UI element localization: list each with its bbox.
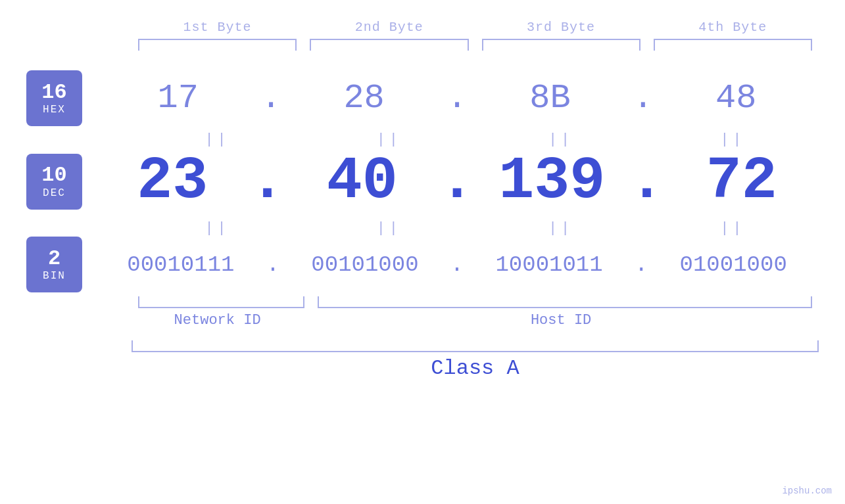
hex-row: 16 HEX 17 . 28 . 8B . 48 [26,70,819,126]
hex-badge-number: 16 [41,81,66,104]
bin-badge: 2 BIN [26,237,82,292]
eq1-b3: || [475,131,647,148]
bin-badge-label: BIN [43,270,66,282]
host-id-label: Host ID [303,312,819,329]
byte3-header: 3rd Byte [475,20,647,35]
equals-row-2: || || || || [26,220,819,237]
equals-row-1: || || || || [26,131,819,148]
dec-dot2: . [439,152,475,211]
eq2-b4: || [647,220,819,237]
eq1-b1: || [132,131,303,148]
hex-byte1: 17 [95,79,261,118]
hex-values-row: 17 . 28 . 8B . 48 [95,79,819,118]
byte2-header: 2nd Byte [303,20,475,35]
dec-dot3: . [629,152,664,211]
bin-row: 2 BIN 00010111 . 00101000 . 10001011 . 0… [26,237,819,292]
main-container: 1st Byte 2nd Byte 3rd Byte 4th Byte 16 H… [0,0,845,504]
bracket-top-4 [654,39,812,51]
dec-dot1: . [249,152,285,211]
bin-values-row: 00010111 . 00101000 . 10001011 . 0100100… [95,252,819,277]
bracket-bottom-row [26,296,819,308]
bin-byte3: 10001011 [464,252,635,277]
byte1-header: 1st Byte [132,20,303,35]
hex-badge-label: HEX [43,104,66,116]
hex-byte3: 8B [468,79,633,118]
hex-dot2: . [447,79,467,118]
dec-values-row: 23 . 40 . 139 . 72 [95,148,819,215]
class-bracket-row [26,340,819,352]
dec-badge: 10 DEC [26,154,82,210]
dec-badge-label: DEC [43,187,66,199]
dec-byte1: 23 [95,148,249,215]
hex-byte2: 28 [281,79,447,118]
class-label-row: Class A [26,356,819,380]
bracket-top-row [26,39,819,51]
network-bracket [138,296,304,308]
eq2-b3: || [475,220,647,237]
bracket-top-2 [310,39,468,51]
bin-byte4: 01001000 [648,252,819,277]
class-label: Class A [132,356,819,380]
bin-byte2: 00101000 [279,252,450,277]
eq1-b2: || [303,131,475,148]
hex-byte4: 48 [653,79,819,118]
bin-dot3: . [635,252,648,277]
bracket-top-3 [482,39,640,51]
dec-byte2: 40 [285,148,439,215]
labels-row: Network ID Host ID [26,312,819,329]
eq1-b4: || [647,131,819,148]
class-bracket [132,340,819,352]
hex-dot3: . [633,79,653,118]
eq2-b1: || [132,220,303,237]
network-id-label: Network ID [132,312,303,329]
host-bracket [318,296,812,308]
bin-byte1: 00010111 [95,252,266,277]
dec-byte4: 72 [665,148,819,215]
dec-row: 10 DEC 23 . 40 . 139 . 72 [26,148,819,215]
bin-badge-number: 2 [48,247,60,270]
eq2-b2: || [303,220,475,237]
hex-badge: 16 HEX [26,70,82,126]
byte4-header: 4th Byte [647,20,819,35]
hex-dot1: . [261,79,281,118]
bin-dot2: . [450,252,464,277]
byte-headers: 1st Byte 2nd Byte 3rd Byte 4th Byte [26,20,819,35]
dec-badge-number: 10 [41,164,66,187]
watermark: ipshu.com [782,486,832,496]
bin-dot1: . [266,252,279,277]
dec-byte3: 139 [475,148,629,215]
bracket-top-1 [138,39,297,51]
